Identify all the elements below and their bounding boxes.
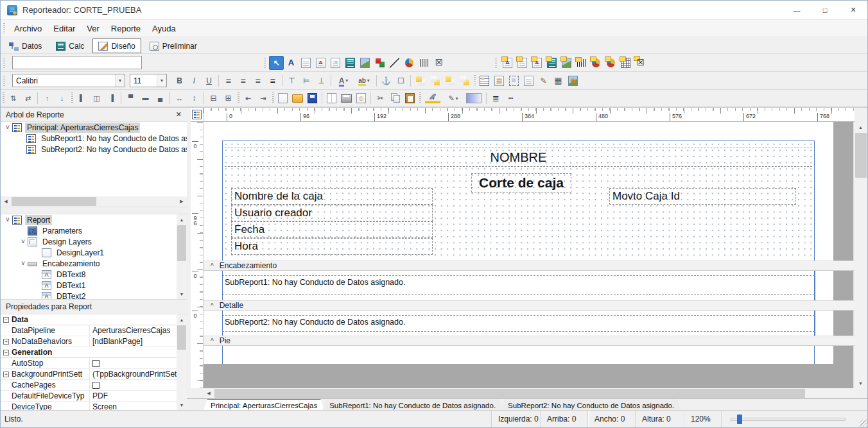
tab-datos[interactable]: Datos [3,39,48,53]
barcode-tool[interactable] [417,56,431,70]
db-calc-tool[interactable] [544,56,559,70]
property-value[interactable]: [ndBlankPage] [92,337,143,346]
db-memo-tool[interactable] [515,56,530,70]
align-left-button[interactable]: ≡ [221,74,236,88]
valign-bottom-button[interactable]: ⊥ [314,74,329,88]
system-variable-tool[interactable]: ◔ [328,56,343,70]
scroll-left-icon[interactable]: ◀ [204,388,214,398]
prop-devicetype[interactable]: DeviceType Screen [1,402,177,410]
tab-preliminar[interactable]: Preliminar [144,39,203,53]
objtree-encabezamiento[interactable]: ˅ Encabezamiento [1,258,177,269]
copy-button[interactable] [388,91,403,105]
align-center-button[interactable]: ≡ [236,74,250,88]
shrink-button[interactable]: ↓ [55,91,69,105]
expander-icon[interactable]: ˅ [19,238,28,245]
cut-button[interactable]: ✂ [373,91,388,105]
objtree-report[interactable]: ˅ Report [1,214,177,225]
scroll-down-icon[interactable]: ▼ [856,378,866,388]
fill-color-button[interactable] [422,91,443,105]
canvas-vscrollbar[interactable]: ▲ ▼ [853,122,867,388]
db-richtext-tool[interactable]: A [530,56,544,70]
scrollbar-thumb[interactable] [855,133,867,178]
db-2dbarcode-tool[interactable] [618,56,633,70]
zoom-slider[interactable] [721,411,857,427]
highlight-color-button[interactable]: ab [354,74,374,88]
objtree-design-layers[interactable]: ˅ Design Layers [1,236,177,247]
tab-diseno[interactable]: Diseño [92,39,141,53]
center-horizontal-button[interactable]: ⊟ [206,91,221,105]
menu-item[interactable]: Ver [81,20,105,37]
expand-icon[interactable] [3,361,9,366]
italic-button[interactable]: I [187,74,202,88]
close-icon[interactable]: ✕ [176,110,182,119]
center-vertical-button[interactable]: ⊞ [221,91,236,105]
objtree-dbtext1[interactable]: A DBText1 [1,280,177,291]
expand-icon[interactable] [3,393,9,399]
chevron-down-icon[interactable]: ▾ [115,74,125,87]
print-button[interactable] [339,91,354,105]
nudge-up-button[interactable]: ⇅ [6,91,21,105]
panel-splitter[interactable] [1,207,187,214]
align-top-edges-button[interactable]: ▀ [123,91,138,105]
font-size-select[interactable]: 11 ▾ [130,74,167,87]
encabezamiento-band-area[interactable]: NOMBRE Corte de caja Nombre de la cajaUs… [223,141,814,261]
report-tree-hscrollbar[interactable]: ◀ ▶ [1,196,187,207]
prop-datapipeline[interactable]: DataPipeline AperturasCierresCajas [1,325,177,336]
chart-tool[interactable] [402,56,417,70]
expand-icon[interactable]: + [3,372,9,377]
ruler-corner[interactable] [191,108,204,122]
prop-nodatabehaviors[interactable]: + NoDataBehaviors [ndBlankPage] [1,336,177,347]
menu-item[interactable]: Archivo [8,20,48,37]
fit-width-button[interactable]: ⇤ [241,91,256,105]
send-to-back-button[interactable] [428,74,442,88]
objtree-dbtext8[interactable]: A DBText8 [1,269,177,280]
map-button[interactable]: ◉ [566,74,580,88]
line-style-button[interactable]: ┅ [503,91,518,105]
checkbox-tool[interactable]: ☒ [431,56,446,70]
zoom-slider-thumb[interactable] [737,415,742,424]
send-backward-button[interactable] [457,74,472,88]
canvas-hscrollbar[interactable]: ◀ [204,388,855,398]
shape-tool[interactable] [372,56,387,70]
properties-vscrollbar[interactable]: ▲ ▼ [177,314,187,410]
fit-height-button[interactable]: ⇥ [256,91,270,105]
variable-tool[interactable] [343,56,358,70]
subreport1-element[interactable]: SubReport1: No hay Conducto de Datos asi… [222,275,815,295]
tree-item-subreport2[interactable]: SubReport2: No hay Conducto de Datos asi… [1,144,187,155]
collapse-band-icon[interactable]: ^ [211,302,214,309]
scrollbar-thumb[interactable] [177,225,186,261]
db-text-tool[interactable]: A [500,56,515,70]
align-bottom-edges-button[interactable]: ▄ [153,91,168,105]
align-h-centers-button[interactable]: ◫ [89,91,104,105]
prop-backgroundprint[interactable]: + BackgroundPrintSett (TppBackgroundPrin… [1,369,177,380]
object-tree-vscrollbar[interactable]: ▲ ▼ [177,214,187,299]
print-preview-button[interactable]: ◎ [354,91,369,105]
scroll-up-icon[interactable]: ▲ [856,122,866,132]
chevron-down-icon[interactable]: ▾ [157,74,166,87]
collapse-band-icon[interactable]: ^ [211,262,214,270]
property-checkbox[interactable] [92,382,100,389]
align-left-edges-button[interactable]: ▌ [74,91,89,105]
expand-icon[interactable]: − [3,350,9,355]
space-horizontal-button[interactable]: ↔ [172,91,187,105]
band-encabezamiento[interactable]: ^ Encabezamiento [204,261,855,271]
property-checkbox[interactable] [92,360,100,367]
scroll-right-icon[interactable]: ▶ [177,196,187,207]
valign-top-button[interactable]: ⊤ [284,74,299,88]
pointer-tool[interactable]: ↖ [269,56,284,70]
collapse-band-icon[interactable]: ^ [211,338,214,345]
dbtext-field[interactable]: Nombre de la caja [231,188,433,205]
bold-button[interactable]: B [172,74,187,88]
resize-button[interactable] [507,74,521,88]
dbtext-field[interactable]: Fecha [231,221,433,238]
page-setup-button[interactable] [324,91,339,105]
tree-item-principal[interactable]: ˅ Principal: AperturasCierresCajas [1,122,187,133]
align-justify-button[interactable]: ≡ [265,74,280,88]
objtree-designlayer1[interactable]: DesignLayer1 [1,247,177,258]
db-chart-tool[interactable] [589,56,603,70]
zoom-slider-track[interactable] [731,418,846,421]
db-checkbox-tool[interactable]: ☒ [633,56,648,70]
band-detalle[interactable]: ^ Detalle [204,300,855,311]
richtext-tool[interactable]: A [313,56,328,70]
property-value[interactable]: Screen [92,402,117,410]
